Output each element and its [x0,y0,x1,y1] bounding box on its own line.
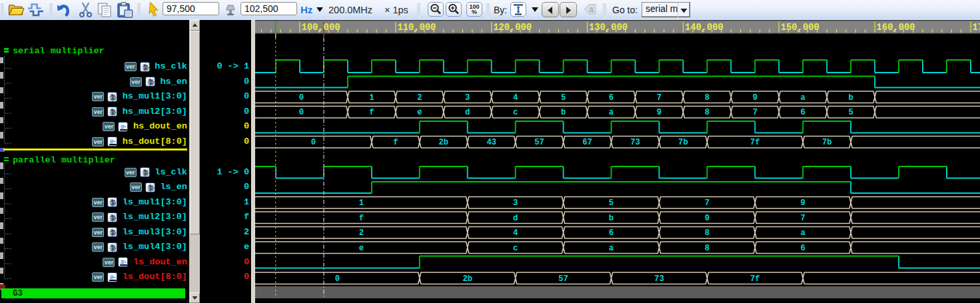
svg-text:7: 7 [705,198,710,208]
svg-text:b: b [609,214,614,223]
svg-text:8: 8 [705,93,710,103]
svg-text:f: f [393,138,398,147]
svg-text:f: f [369,108,374,117]
svg-text:9: 9 [705,214,710,223]
svg-text:120,000: 120,000 [493,23,532,33]
svg-text:a: a [609,244,614,253]
svg-text:0: 0 [311,138,316,147]
svg-text:6: 6 [609,228,614,238]
svg-text:f: f [359,214,364,223]
svg-text:9: 9 [657,108,662,117]
svg-text:0: 0 [335,274,340,284]
svg-text:5: 5 [609,198,614,208]
svg-text:5: 5 [561,93,566,103]
svg-text:160,000: 160,000 [877,23,915,33]
svg-text:0: 0 [299,93,304,103]
svg-text:d: d [513,214,518,223]
svg-text:0: 0 [299,108,304,117]
svg-text:d: d [465,108,470,117]
svg-text:7f: 7f [750,138,760,147]
svg-text:8: 8 [705,228,710,238]
svg-text:73: 73 [630,138,640,147]
svg-text:1: 1 [369,93,374,103]
svg-text:A: A [589,6,594,14]
svg-text:7b: 7b [822,138,832,147]
svg-text:a: a [801,93,806,103]
svg-text:3: 3 [465,93,470,103]
svg-text:100,000: 100,000 [302,23,340,33]
svg-text:6: 6 [801,244,805,253]
svg-text:c: c [513,244,518,253]
svg-text:3: 3 [513,198,518,208]
svg-text:110,000: 110,000 [397,23,436,33]
svg-text:73: 73 [654,274,664,284]
svg-text:9: 9 [801,198,805,208]
svg-text:c: c [513,108,518,117]
svg-text:b: b [561,108,566,117]
svg-text:67: 67 [582,138,592,147]
svg-text:8: 8 [705,108,710,117]
svg-text:a: a [609,108,614,117]
svg-text:a: a [801,228,806,238]
svg-text:2: 2 [359,228,364,238]
svg-text:4: 4 [513,228,518,238]
svg-text:57: 57 [534,138,544,147]
svg-text:170,000: 170,000 [973,23,980,33]
svg-text:6: 6 [609,93,614,103]
svg-text:2b: 2b [438,138,448,147]
svg-text:4: 4 [513,93,518,103]
svg-text:7f: 7f [750,274,760,284]
svg-text:7: 7 [753,108,757,117]
svg-text:57: 57 [558,274,568,284]
svg-text:9: 9 [753,93,757,103]
svg-text:b: b [848,93,853,103]
svg-text:6: 6 [801,108,805,117]
svg-text:43: 43 [486,138,496,147]
svg-text:e: e [359,244,364,253]
svg-text:2b: 2b [462,274,472,284]
svg-text:130,000: 130,000 [589,23,628,33]
svg-text:7b: 7b [678,138,688,147]
svg-text:7: 7 [657,93,662,103]
svg-text:5: 5 [848,108,853,117]
svg-text:140,000: 140,000 [685,23,724,33]
svg-text:1: 1 [359,198,364,208]
svg-text:150,000: 150,000 [781,23,819,33]
svg-text:8: 8 [705,244,710,253]
svg-text:7: 7 [801,214,805,223]
svg-text:2: 2 [417,93,422,103]
svg-text:e: e [417,108,422,117]
